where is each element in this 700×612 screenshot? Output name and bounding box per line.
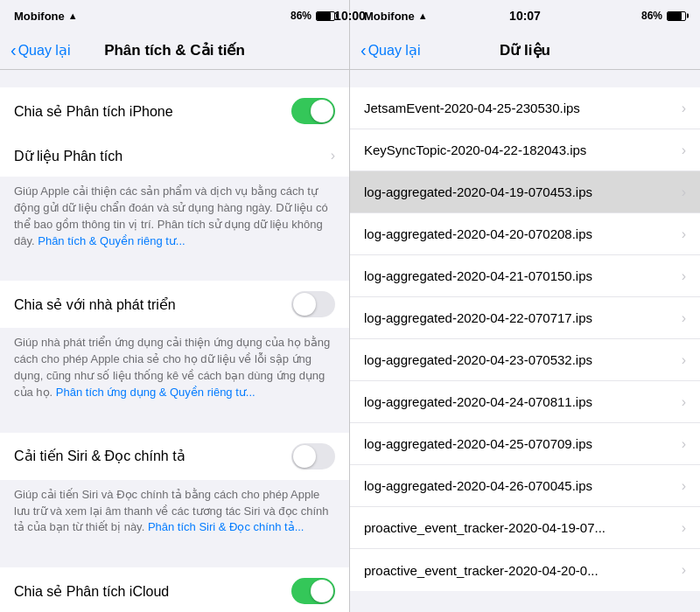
left-toggle-knob-3 [293,445,316,468]
list-item[interactable]: log-aggregated-2020-04-22-070717.ips › [350,297,700,339]
left-status-right: 86% [290,10,335,22]
left-back-chevron-icon: ‹ [10,40,17,60]
left-wifi-icon: ▲ [68,10,78,21]
left-toggle-knob-1 [311,100,333,122]
left-back-button[interactable]: ‹ Quay lại [10,41,70,60]
left-link-du-lieu[interactable]: Phân tích & Quyền riêng tư... [38,234,185,247]
list-item[interactable]: JetsamEvent-2020-04-25-230530.ips › [350,87,700,129]
list-chevron-icon-1: › [682,143,686,158]
right-nav-title: Dữ liệu [500,41,550,59]
left-group-icloud: Chia sẻ Phân tích iCloud [0,567,349,612]
left-row-du-lieu-phan-tich[interactable]: Dữ liệu Phân tích › [0,135,349,177]
list-item-label: log-aggregated-2020-04-20-070208.ips [364,226,682,241]
list-chevron-icon-11: › [682,562,686,578]
left-scroll-content: Chia sẻ Phân tích iPhone Dữ liệu Phân tí… [0,70,349,612]
left-status-bar: Mobifone ▲ 10:00 86% [0,0,349,31]
list-item-label: KeySyncTopic-2020-04-22-182043.ips [364,143,682,157]
list-chevron-icon-0: › [682,101,686,116]
list-item-label: proactive_event_tracker-2020-04-20-0... [364,563,682,578]
left-row-icloud[interactable]: Chia sẻ Phân tích iCloud [0,567,349,612]
right-panel: Mobifone ▲ 10:07 86% ‹ Quay lại Dữ liệu … [350,0,700,612]
left-toggle-knob-4 [311,580,333,602]
left-row-siri[interactable]: Cải tiến Siri & Đọc chính tả [0,433,349,480]
list-item[interactable]: log-aggregated-2020-04-24-070811.ips › [350,381,700,423]
list-item-label: log-aggregated-2020-04-25-070709.ips [364,436,682,451]
list-item[interactable]: log-aggregated-2020-04-19-070453.ips › [350,171,700,213]
list-item[interactable]: proactive_event_tracker-2020-04-20-0... … [350,549,700,591]
left-toggle-icloud[interactable] [291,578,335,604]
left-label-nha-phat-trien: Chia sẻ với nhà phát triển [14,296,291,313]
left-group-1: Chia sẻ Phân tích iPhone [0,87,349,135]
left-back-label: Quay lại [18,42,71,59]
left-row-chia-se-phan-tich[interactable]: Chia sẻ Phân tích iPhone [0,87,349,135]
right-status-time: 10:07 [509,9,541,23]
left-chevron-du-lieu-icon: › [331,148,335,163]
list-chevron-icon-7: › [682,394,686,410]
left-battery-fill [317,12,331,20]
left-section-icloud: Chia sẻ Phân tích iCloud [0,567,349,612]
right-back-chevron-icon: ‹ [360,40,367,60]
right-back-button[interactable]: ‹ Quay lại [360,41,420,60]
right-status-right: 86% [641,10,686,22]
list-item-label: proactive_event_tracker-2020-04-19-07... [364,520,682,535]
list-item[interactable]: log-aggregated-2020-04-20-070208.ips › [350,213,700,255]
list-chevron-icon-2: › [682,184,686,200]
left-desc-siri: Giúp cải tiến Siri và Đọc chính tả bằng … [0,480,349,551]
right-scroll-content: JetsamEvent-2020-04-25-230530.ips › KeyS… [350,70,700,612]
list-chevron-icon-9: › [682,478,686,494]
left-label-chia-se-phan-tich: Chia sẻ Phân tích iPhone [14,103,291,120]
right-list-group: JetsamEvent-2020-04-25-230530.ips › KeyS… [350,87,700,591]
list-item[interactable]: KeySyncTopic-2020-04-22-182043.ips › [350,129,700,171]
list-item[interactable]: log-aggregated-2020-04-23-070532.ips › [350,339,700,381]
left-panel: Mobifone ▲ 10:00 86% ‹ Quay lại Phân tíc… [0,0,350,612]
left-link-nha-phat-trien[interactable]: Phân tích ứng dụng & Quyền riêng tư... [56,386,256,399]
list-chevron-icon-10: › [682,520,686,536]
list-item-label: log-aggregated-2020-04-22-070717.ips [364,310,682,325]
right-status-bar: Mobifone ▲ 10:07 86% [350,0,700,31]
left-group-du-lieu: Dữ liệu Phân tích › [0,135,349,177]
right-nav-bar: ‹ Quay lại Dữ liệu [350,31,700,70]
list-item-label: log-aggregated-2020-04-21-070150.ips [364,268,682,283]
left-row-nha-phat-trien[interactable]: Chia sẻ với nhà phát triển [0,281,349,328]
list-chevron-icon-5: › [682,310,686,326]
right-status-carrier-area: Mobifone ▲ [364,10,428,23]
left-desc-nha-phat-trien: Giúp nhà phát triển ứng dụng cải thiện ứ… [0,328,349,414]
left-section-siri: Cải tiến Siri & Đọc chính tả Giúp cải ti… [0,433,349,551]
left-battery-pct: 86% [290,10,312,22]
left-label-du-lieu-phan-tich: Dữ liệu Phân tích [14,148,331,164]
list-item-label: log-aggregated-2020-04-23-070532.ips [364,352,682,367]
left-label-siri: Cải tiến Siri & Đọc chính tả [14,448,291,464]
list-item-label: log-aggregated-2020-04-24-070811.ips [364,394,682,409]
list-chevron-icon-8: › [682,436,686,452]
list-item-label: log-aggregated-2020-04-26-070045.ips [364,478,682,493]
left-toggle-knob-2 [293,293,316,316]
list-item[interactable]: log-aggregated-2020-04-26-070045.ips › [350,465,700,507]
left-section-du-lieu: Dữ liệu Phân tích › Giúp Apple cải thiện… [0,135,349,263]
right-battery-pct: 86% [641,10,662,22]
left-label-icloud: Chia sẻ Phân tích iCloud [14,583,291,600]
left-group-nha-phat-trien: Chia sẻ với nhà phát triển [0,281,349,328]
left-nav-title: Phân tích & Cải tiến [104,41,245,59]
list-item[interactable]: proactive_event_tracker-2020-04-19-07...… [350,507,700,549]
left-status-carrier-area: Mobifone ▲ [14,10,78,23]
right-battery-icon [667,11,686,21]
left-group-siri: Cải tiến Siri & Đọc chính tả [0,433,349,480]
list-chevron-icon-3: › [682,226,686,242]
list-item[interactable]: log-aggregated-2020-04-25-070709.ips › [350,423,700,465]
left-carrier: Mobifone [14,10,65,23]
list-item-label: JetsamEvent-2020-04-25-230530.ips [364,101,682,115]
list-chevron-icon-6: › [682,352,686,368]
left-toggle-siri[interactable] [291,443,335,469]
list-chevron-icon-4: › [682,268,686,284]
left-desc-du-lieu: Giúp Apple cải thiện các sản phẩm và dịc… [0,177,349,263]
list-item-label: log-aggregated-2020-04-19-070453.ips [364,184,682,199]
right-wifi-icon: ▲ [418,10,428,21]
left-toggle-nha-phat-trien[interactable] [291,291,335,317]
left-nav-bar: ‹ Quay lại Phân tích & Cải tiến [0,31,349,70]
left-battery-icon [316,11,335,21]
left-toggle-chia-se-phan-tich[interactable] [291,98,335,124]
left-link-siri[interactable]: Phân tích Siri & Đọc chính tả... [148,520,304,533]
left-section-1: Chia sẻ Phân tích iPhone [0,87,349,135]
list-item[interactable]: log-aggregated-2020-04-21-070150.ips › [350,255,700,297]
right-back-label: Quay lại [368,42,421,59]
